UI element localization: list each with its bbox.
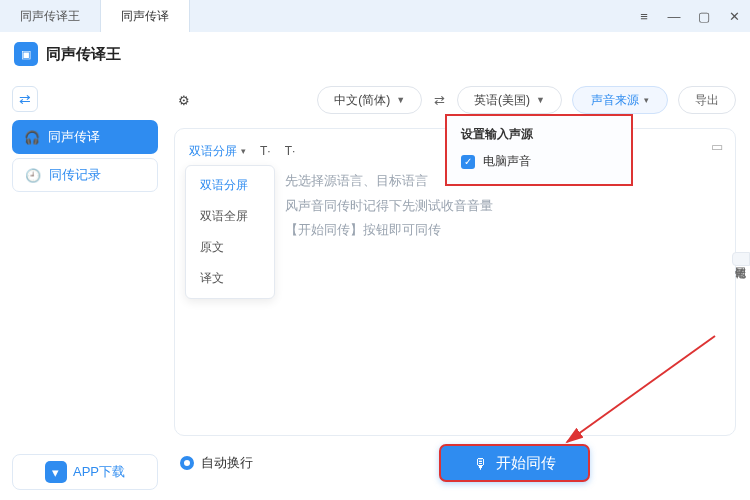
close-icon[interactable]: ✕: [726, 8, 742, 24]
nav-history[interactable]: 🕘 同传记录: [12, 158, 158, 192]
start-interpret-button[interactable]: 🎙 开始同传: [439, 444, 590, 482]
app-download-button[interactable]: ▾ APP下载: [12, 454, 158, 490]
nav-label: 同声传译: [48, 128, 100, 146]
start-label: 开始同传: [496, 454, 556, 473]
auto-wrap-label: 自动换行: [201, 454, 253, 472]
download-label: APP下载: [73, 463, 125, 481]
mic-icon: 🎙: [473, 455, 488, 472]
text-size-large-icon[interactable]: T·: [285, 144, 296, 158]
chevron-down-icon: ▼: [396, 95, 405, 105]
text-size-small-icon[interactable]: T·: [260, 144, 271, 158]
toolbar: ⚙ 中文(简体) ▼ ⇄ 英语(美国) ▼ 声音来源 ▾ 导出: [174, 82, 736, 118]
popover-title: 设置输入声源: [461, 126, 617, 143]
app-title: 同声传译王: [46, 45, 121, 64]
target-lang-select[interactable]: 英语(美国) ▼: [457, 86, 562, 114]
app-logo-icon: ▣: [14, 42, 38, 66]
popover-option-label: 电脑声音: [483, 153, 531, 170]
bottom-bar: 自动换行 🎙 开始同传: [174, 436, 736, 490]
window-controls: ≡ — ▢ ✕: [636, 0, 742, 32]
export-button[interactable]: 导出: [678, 86, 736, 114]
tab-app-home[interactable]: 同声传译王: [0, 0, 101, 32]
gear-icon[interactable]: ⚙: [174, 90, 194, 110]
nav-label: 同传记录: [49, 166, 101, 184]
sidebar: ⇄ 🎧 同声传译 🕘 同传记录 ▾ APP下载: [0, 76, 170, 500]
sidebar-toggle-icon[interactable]: ⇄: [12, 86, 38, 112]
dd-item-full[interactable]: 双语全屏: [186, 201, 274, 232]
hint-line: 风声音同传时记得下先测试收音音量: [285, 194, 721, 219]
headset-icon: 🎧: [24, 130, 40, 145]
popover-option-computer[interactable]: ✓ 电脑声音: [461, 153, 617, 170]
maximize-icon[interactable]: ▢: [696, 8, 712, 24]
sound-source-button[interactable]: 声音来源 ▾: [572, 86, 668, 114]
dd-item-source[interactable]: 原文: [186, 232, 274, 263]
chevron-down-icon: ▾: [241, 146, 246, 156]
layout-dropdown-trigger[interactable]: 双语分屏 ▾: [189, 143, 246, 160]
minimize-icon[interactable]: —: [666, 8, 682, 24]
dd-item-split[interactable]: 双语分屏: [186, 170, 274, 201]
layout-label: 双语分屏: [189, 143, 237, 160]
target-lang-label: 英语(美国): [474, 92, 530, 109]
chevron-down-icon: ▾: [644, 95, 649, 105]
sound-source-popover: 设置输入声源 ✓ 电脑声音: [445, 114, 633, 186]
chevron-down-icon: ▼: [536, 95, 545, 105]
notes-side-tab[interactable]: 同传笔记: [732, 252, 750, 266]
app-header: ▣ 同声传译王: [0, 32, 750, 76]
tab-interpret[interactable]: 同声传译: [101, 0, 190, 32]
radio-icon: [180, 456, 194, 470]
menu-icon[interactable]: ≡: [636, 8, 652, 24]
tabs-bar: 同声传译王 同声传译 ≡ — ▢ ✕: [0, 0, 750, 32]
checkbox-checked-icon: ✓: [461, 155, 475, 169]
hint-line: 【开始同传】按钮即可同传: [285, 218, 721, 243]
swap-lang-icon[interactable]: ⇄: [432, 93, 447, 108]
dd-item-target[interactable]: 译文: [186, 263, 274, 294]
clock-icon: 🕘: [25, 168, 41, 183]
source-lang-label: 中文(简体): [334, 92, 390, 109]
download-icon: ▾: [45, 461, 67, 483]
auto-wrap-radio[interactable]: 自动换行: [180, 454, 253, 472]
sound-source-label: 声音来源: [591, 92, 639, 109]
source-lang-select[interactable]: 中文(简体) ▼: [317, 86, 422, 114]
layout-dropdown-menu: 双语分屏 双语全屏 原文 译文: [185, 165, 275, 299]
layout-grid-icon[interactable]: ▭: [711, 139, 723, 154]
nav-interpret[interactable]: 🎧 同声传译: [12, 120, 158, 154]
